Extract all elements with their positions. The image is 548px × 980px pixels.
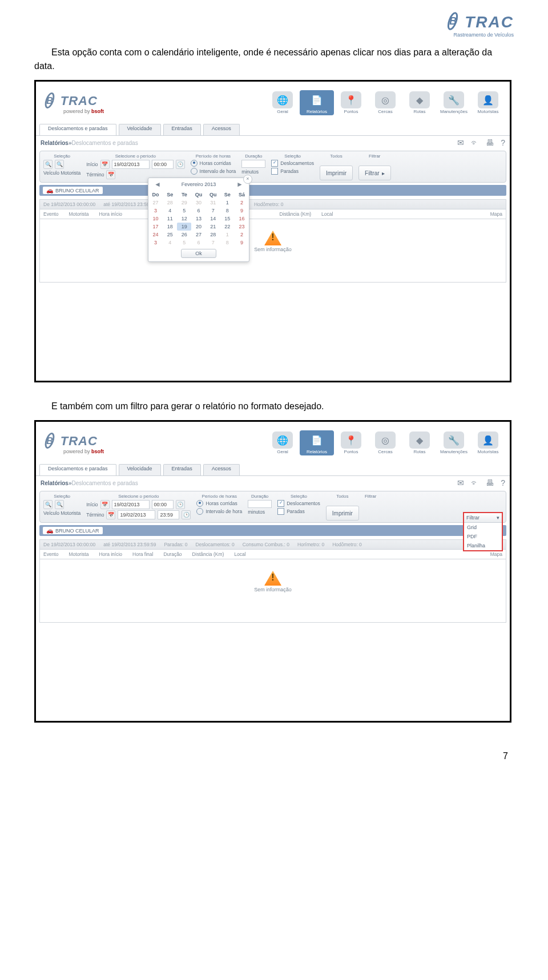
end-date-input[interactable]: 19/02/2013 [118,510,155,519]
help-icon[interactable]: ? [501,138,505,147]
tab-acessos[interactable]: Acessos [203,464,240,475]
nav-motoristas[interactable]: 👤Motoristas [471,90,505,115]
tab-acessos[interactable]: Acessos [203,124,240,135]
calendar-day[interactable]: 31 [206,199,220,207]
calendar-day[interactable]: 5 [177,207,191,215]
calendar-day[interactable]: 19 [177,223,191,231]
check-paradas[interactable] [277,508,284,515]
antenna-icon[interactable]: ᯤ [471,138,479,147]
filter-option-pdf[interactable]: PDF [464,532,502,541]
calendar-day[interactable]: 6 [191,239,206,247]
calendar-day[interactable]: 18 [163,223,177,231]
calendar-day[interactable]: 17 [148,223,163,231]
duration-input[interactable] [241,160,265,168]
calendar-day[interactable]: 16 [235,215,249,223]
calendar-end-icon[interactable]: 📅 [106,510,115,519]
calendar-day[interactable]: 9 [235,239,249,247]
filter-option-planilha[interactable]: Planilha [464,541,502,550]
calendar-day[interactable]: 10 [148,215,163,223]
start-date-input[interactable]: 19/02/2013 [112,160,150,169]
search-vehicle-icon[interactable]: 🔍 [43,160,53,169]
nav-geral[interactable]: 🌐Geral [265,90,300,115]
filter-dropdown-button[interactable]: Filtrar▾ [464,513,502,523]
calendar-prev-icon[interactable]: ◄ [152,180,163,188]
nav-cercas[interactable]: ◎Cercas [368,90,402,115]
nav-geral[interactable]: 🌐Geral [265,430,300,455]
duration-input[interactable] [248,500,272,508]
calendar-day[interactable]: 2 [235,199,249,207]
nav-relatorios[interactable]: 📄Relatórios [300,90,334,115]
print-icon[interactable]: 🖶 [486,138,494,147]
calendar-day[interactable]: 9 [235,207,249,215]
calendar-day[interactable]: 29 [177,199,191,207]
help-icon[interactable]: ? [501,478,505,487]
calendar-day[interactable]: 7 [206,207,220,215]
end-time-input[interactable]: 23:59 [158,510,179,519]
calendar-start-icon[interactable]: 📅 [100,500,110,509]
tab-entradas[interactable]: Entradas [163,464,201,475]
nav-motoristas[interactable]: 👤Motoristas [471,430,505,455]
radio-horas-corridas[interactable] [191,160,198,167]
imprimir-button[interactable]: Imprimir [326,506,359,521]
calendar-day[interactable]: 28 [206,231,220,239]
tab-entradas[interactable]: Entradas [163,124,201,135]
start-time-input[interactable]: 00:00 [152,160,174,169]
calendar-ok-button[interactable]: Ok [181,249,216,258]
calendar-start-icon[interactable]: 📅 [100,160,110,169]
clock-end-icon[interactable]: 🕒 [182,510,191,519]
nav-relatorios[interactable]: 📄Relatórios [300,430,334,455]
calendar-day[interactable]: 1 [220,199,235,207]
start-time-input[interactable]: 00:00 [152,500,174,509]
calendar-day[interactable]: 5 [177,239,191,247]
nav-cercas[interactable]: ◎Cercas [368,430,402,455]
nav-pontos[interactable]: 📍Pontos [334,90,368,115]
calendar-day[interactable]: 2 [235,231,249,239]
print-icon[interactable]: 🖶 [486,478,494,487]
check-paradas[interactable] [271,168,278,175]
nav-rotas[interactable]: ◆Rotas [402,90,437,115]
search-vehicle-icon[interactable]: 🔍 [43,500,53,509]
nav-rotas[interactable]: ◆Rotas [402,430,437,455]
radio-intervalo[interactable] [196,508,203,515]
calendar-day[interactable]: 20 [191,223,206,231]
filter-option-grid[interactable]: Grid [464,523,502,532]
clock-start-icon[interactable]: 🕒 [176,500,185,509]
imprimir-button[interactable]: Imprimir [320,166,353,180]
nav-manutencoes[interactable]: 🔧Manutenções [437,430,471,455]
calendar-day[interactable]: 11 [163,215,177,223]
calendar-close-icon[interactable]: × [243,175,252,184]
calendar-day[interactable]: 27 [148,199,163,207]
calendar-day[interactable]: 8 [220,239,235,247]
mail-icon[interactable]: ✉ [457,138,464,147]
calendar-day[interactable]: 8 [220,207,235,215]
calendar-day[interactable]: 13 [191,215,206,223]
filtrar-button[interactable]: Filtrar ▸ [358,166,391,180]
check-deslocamentos[interactable] [271,160,278,167]
vehicle-chip[interactable]: 🚗BRUNO CELULAR [43,527,103,534]
calendar-day[interactable]: 6 [191,207,206,215]
nav-manutencoes[interactable]: 🔧Manutenções [437,90,471,115]
tab-deslocamentos[interactable]: Deslocamentos e paradas [39,124,116,135]
calendar-day[interactable]: 25 [163,231,177,239]
search-driver-icon[interactable]: 🔍 [55,500,64,509]
tab-velocidade[interactable]: Velocidade [119,464,161,475]
calendar-end-icon[interactable]: 📅 [106,170,115,179]
calendar-day[interactable]: 22 [220,223,235,231]
calendar-day[interactable]: 23 [235,223,249,231]
radio-intervalo[interactable] [191,168,198,175]
calendar-day[interactable]: 27 [191,231,206,239]
radio-horas-corridas[interactable] [196,500,203,507]
mail-icon[interactable]: ✉ [457,478,464,487]
nav-pontos[interactable]: 📍Pontos [334,430,368,455]
calendar-day[interactable]: 3 [148,207,163,215]
calendar-day[interactable]: 1 [220,231,235,239]
check-deslocamentos[interactable] [277,500,284,507]
tab-velocidade[interactable]: Velocidade [119,124,161,135]
calendar-day[interactable]: 30 [191,199,206,207]
calendar-day[interactable]: 28 [163,199,177,207]
calendar-day[interactable]: 4 [163,207,177,215]
calendar-day[interactable]: 21 [206,223,220,231]
search-driver-icon[interactable]: 🔍 [55,160,64,169]
calendar-day[interactable]: 14 [206,215,220,223]
antenna-icon[interactable]: ᯤ [471,478,479,487]
